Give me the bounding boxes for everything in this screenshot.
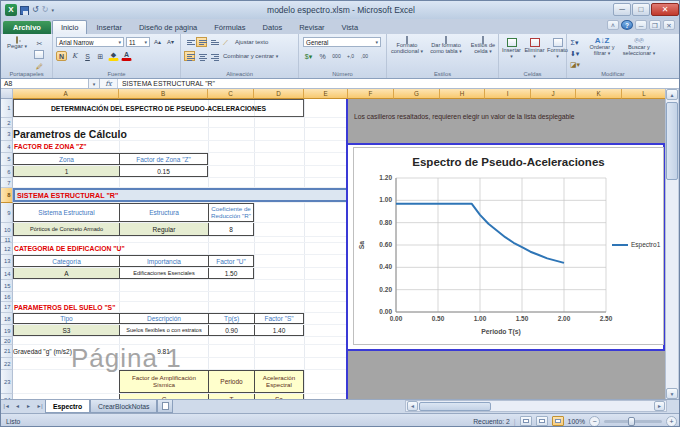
- column-header-C[interactable]: C: [208, 89, 254, 99]
- row-header-19[interactable]: 19: [1, 325, 13, 337]
- decrease-decimal-icon[interactable]: ,00: [359, 51, 370, 61]
- column-header-F[interactable]: F: [348, 89, 394, 99]
- row-header-18[interactable]: 18: [1, 313, 13, 325]
- format-as-table-button[interactable]: Dar formato como tabla ▾: [427, 37, 465, 55]
- tab-diseno[interactable]: Diseño de página: [131, 21, 205, 34]
- view-page-break-icon[interactable]: [552, 416, 564, 426]
- row-header-7[interactable]: 7: [1, 178, 13, 188]
- tab-vista[interactable]: Vista: [334, 21, 367, 34]
- thousands-icon[interactable]: 000: [331, 51, 342, 61]
- tab-next-icon[interactable]: ►: [23, 400, 34, 413]
- align-top-icon[interactable]: [184, 37, 195, 47]
- view-normal-icon[interactable]: [520, 416, 532, 426]
- bold-button[interactable]: N: [56, 51, 67, 61]
- find-select-button[interactable]: ⌾⌾ Buscar y seleccionar ▾: [621, 37, 657, 57]
- scroll-up-icon[interactable]: ▲: [666, 89, 678, 100]
- orientation-icon[interactable]: ⟋: [220, 37, 231, 47]
- cell-categoria_h1[interactable]: Categoría: [13, 255, 119, 267]
- wrap-text-button[interactable]: Ajustar texto: [232, 38, 271, 46]
- cell-suelo_h2[interactable]: Descripción: [119, 313, 208, 324]
- align-right-icon[interactable]: [208, 51, 219, 61]
- clear-icon[interactable]: ◪▾: [569, 59, 580, 69]
- formula-input[interactable]: SISTEMA ESTRUCTURAL "R": [118, 79, 680, 88]
- paste-button[interactable]: Pegar ▾: [4, 37, 30, 50]
- format-painter-icon[interactable]: 🖉: [34, 61, 45, 71]
- sort-filter-button[interactable]: A↓Z Ordenar y filtrar ▾: [585, 37, 619, 57]
- cell-categoria_h2[interactable]: Importancia: [119, 255, 208, 267]
- row-header-1[interactable]: 1: [1, 99, 13, 118]
- align-bottom-icon[interactable]: [208, 37, 219, 47]
- row-header-22[interactable]: 22: [1, 358, 13, 370]
- fill-color-icon[interactable]: ◆: [108, 51, 119, 61]
- sheet-page1[interactable]: DETERMINACIÓN DEL ESPECTRO DE PSEUDO-ACE…: [13, 99, 348, 399]
- row-header-4[interactable]: 4: [1, 141, 13, 153]
- cell-suelo_section[interactable]: PARAMETROS DEL SUELO "S": [13, 302, 254, 312]
- align-left-icon[interactable]: [184, 51, 195, 61]
- column-header-D[interactable]: D: [254, 89, 304, 99]
- row-header-17[interactable]: 17: [1, 302, 13, 313]
- merge-center-button[interactable]: Combinar y centrar ▾: [220, 52, 281, 60]
- cell-amp_h3[interactable]: Aceleración Espectral: [254, 370, 304, 393]
- align-center-icon[interactable]: [196, 51, 207, 61]
- cell-title[interactable]: DETERMINACIÓN DEL ESPECTRO DE PSEUDO-ACE…: [13, 99, 304, 117]
- copy-icon[interactable]: [34, 50, 44, 59]
- borders-icon[interactable]: ⊞: [95, 51, 106, 61]
- row-header-23[interactable]: 23: [1, 370, 13, 394]
- autosum-icon[interactable]: Σ▾: [569, 37, 580, 47]
- close-button[interactable]: ✕: [651, 3, 679, 16]
- cell-sistema_v3[interactable]: 8: [208, 223, 254, 236]
- cell-suelo_h1[interactable]: Tipo: [13, 313, 119, 324]
- scroll-right-icon[interactable]: ►: [654, 401, 665, 411]
- row-header-20[interactable]: 20: [1, 337, 13, 345]
- scroll-down-icon[interactable]: ▼: [666, 388, 678, 399]
- select-all-corner[interactable]: [1, 89, 13, 99]
- row-header-12[interactable]: 12: [1, 243, 13, 255]
- insert-worksheet-tab[interactable]: [157, 400, 173, 413]
- cell-sistema_h3[interactable]: Coeficiente de Reducción "R": [208, 203, 254, 222]
- tab-revisar[interactable]: Revisar: [291, 21, 332, 34]
- grow-font-icon[interactable]: A▴: [152, 37, 163, 47]
- tab-inicio[interactable]: Inicio: [52, 20, 88, 34]
- tab-prev-icon[interactable]: ◄: [12, 400, 23, 413]
- zoom-in-icon[interactable]: +: [666, 416, 677, 427]
- font-size-combo[interactable]: 11▾: [126, 37, 150, 47]
- cell-categoria_section[interactable]: CATEGORIA DE EDIFICACION "U": [13, 243, 254, 254]
- italic-button[interactable]: K: [69, 51, 80, 61]
- cell-styles-button[interactable]: Estilos de celda ▾: [467, 37, 499, 55]
- row-header-5[interactable]: 5: [1, 153, 13, 166]
- row-header-8[interactable]: 8: [1, 188, 13, 203]
- row-header-13[interactable]: 13: [1, 255, 13, 268]
- cell-zona_h1[interactable]: Zona: [13, 153, 119, 165]
- cell-categoria_h3[interactable]: Factor "U": [208, 255, 254, 267]
- row-header-9[interactable]: 9: [1, 203, 13, 223]
- cell-categoria_v2[interactable]: Edificaciones Esenciales: [119, 268, 208, 279]
- ribbon-collapse-icon[interactable]: ˄: [607, 20, 619, 30]
- column-header-B[interactable]: B: [119, 89, 208, 99]
- maximize-button[interactable]: □: [632, 3, 650, 16]
- workbook-minimize-icon[interactable]: ─: [635, 20, 647, 30]
- tab-formulas[interactable]: Fórmulas: [206, 21, 253, 34]
- zoom-slider-thumb[interactable]: [628, 417, 635, 426]
- scroll-left-icon[interactable]: ◄: [407, 401, 418, 411]
- cell-sistema_h2[interactable]: Estructura: [119, 203, 208, 222]
- column-header-I[interactable]: I: [485, 89, 531, 99]
- cell-sistema_v2[interactable]: Regular: [119, 223, 208, 236]
- column-header-L[interactable]: L: [622, 89, 667, 99]
- column-header-E[interactable]: E: [304, 89, 348, 99]
- font-name-combo[interactable]: Arial Narrow▾: [56, 37, 124, 47]
- cell-suelo_v1[interactable]: S3: [13, 325, 119, 336]
- fx-icon[interactable]: fx: [100, 79, 118, 88]
- horizontal-scroll-thumb[interactable]: [419, 402, 491, 411]
- tab-last-icon[interactable]: ►|: [34, 400, 45, 413]
- cell-suelo_v4[interactable]: 1.40: [254, 325, 304, 336]
- cell-categoria_v1[interactable]: A: [13, 268, 119, 279]
- shrink-font-icon[interactable]: A▾: [165, 37, 176, 47]
- column-header-J[interactable]: J: [531, 89, 576, 99]
- zoom-out-icon[interactable]: −: [589, 416, 600, 427]
- workbook-close-icon[interactable]: ✕: [663, 20, 675, 30]
- cell-zona_v2[interactable]: 0.15: [119, 166, 208, 177]
- tab-first-icon[interactable]: |◄: [1, 400, 12, 413]
- cell-params_heading[interactable]: Parametros de Cálculo: [13, 128, 208, 140]
- row-header-3[interactable]: 3: [1, 128, 13, 141]
- vertical-scroll-thumb[interactable]: [666, 102, 678, 180]
